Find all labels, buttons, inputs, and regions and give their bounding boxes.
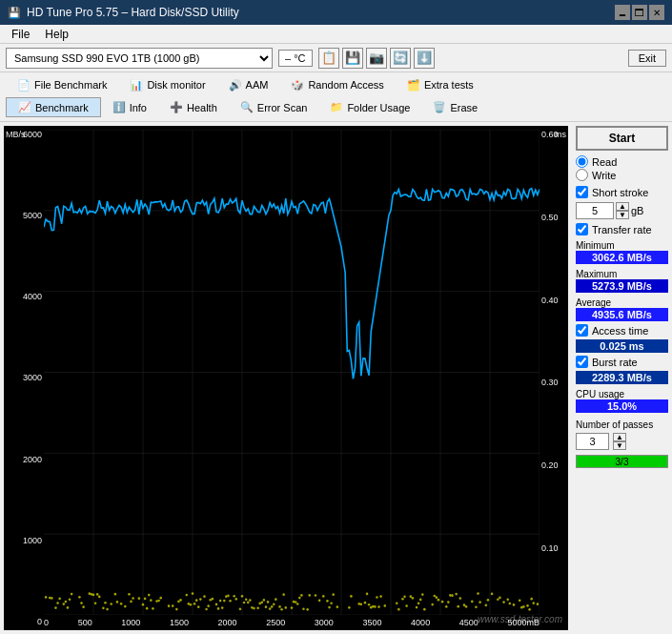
svg-point-44 (124, 605, 127, 608)
svg-point-113 (300, 594, 303, 597)
svg-point-105 (280, 608, 283, 611)
svg-point-96 (261, 601, 264, 603)
svg-point-155 (441, 601, 444, 603)
svg-point-171 (491, 593, 494, 596)
exit-button[interactable]: Exit (628, 50, 666, 67)
svg-point-112 (298, 597, 301, 600)
toolbar-icon-2[interactable]: 💾 (342, 48, 363, 69)
svg-point-70 (199, 598, 202, 601)
svg-point-40 (110, 603, 112, 605)
svg-point-154 (438, 599, 440, 602)
svg-point-177 (513, 603, 516, 606)
svg-point-116 (308, 594, 311, 597)
svg-point-119 (322, 595, 325, 598)
short-stroke-up[interactable]: ▲ (616, 202, 629, 211)
svg-point-36 (98, 596, 101, 599)
tab-erase[interactable]: 🗑️ Erase (421, 97, 489, 117)
toolbar-icon-4[interactable]: 🔄 (390, 48, 411, 69)
toolbar-icon-1[interactable]: 📋 (318, 48, 339, 69)
svg-point-24 (65, 601, 68, 603)
svg-point-147 (417, 602, 420, 604)
burst-rate-checkbox[interactable]: Burst rate (576, 356, 668, 368)
svg-point-123 (332, 593, 335, 596)
svg-point-25 (67, 606, 70, 609)
svg-point-77 (217, 607, 220, 610)
svg-point-87 (241, 595, 244, 598)
svg-point-130 (366, 593, 369, 596)
cpu-usage-stat: CPU usage 15.0% (576, 387, 668, 413)
watermark: www.ssd-tester.com (478, 614, 562, 624)
svg-point-102 (273, 603, 275, 606)
svg-point-52 (148, 594, 151, 597)
tab-info[interactable]: ℹ️ Info (101, 97, 158, 117)
svg-point-41 (114, 593, 117, 596)
tab-error-scan[interactable]: 🔍 Error Scan (229, 97, 319, 117)
svg-point-117 (315, 594, 317, 597)
menu-help[interactable]: Help (37, 27, 76, 42)
svg-point-78 (219, 600, 222, 603)
cpu-usage-value: 15.0% (576, 399, 668, 413)
tab-aam[interactable]: 🔊 AAM (217, 76, 280, 94)
svg-point-169 (485, 603, 488, 606)
svg-point-131 (368, 603, 371, 606)
svg-point-45 (128, 593, 131, 596)
svg-point-175 (506, 598, 509, 601)
window-title: HD Tune Pro 5.75 – Hard Disk/SSD Utility (27, 6, 239, 19)
short-stroke-checkbox[interactable]: Short stroke (576, 186, 668, 198)
minimize-button[interactable]: 🗕 (615, 5, 630, 20)
svg-point-94 (256, 607, 259, 610)
svg-point-103 (275, 598, 277, 601)
toolbar-icon-3[interactable]: 📷 (366, 48, 387, 69)
menu-file[interactable]: File (4, 27, 37, 42)
write-radio[interactable]: Write (576, 169, 668, 181)
health-icon: ➕ (170, 101, 183, 113)
close-button[interactable]: ✕ (649, 5, 664, 20)
right-panel: Start Read Write Short stroke ▲ ▼ gB (572, 122, 672, 634)
passes-up[interactable]: ▲ (613, 433, 626, 441)
svg-point-145 (412, 597, 415, 600)
read-radio[interactable]: Read (576, 155, 668, 168)
svg-point-146 (416, 606, 418, 609)
svg-point-143 (405, 604, 408, 607)
svg-point-128 (360, 603, 363, 605)
aam-icon: 🔊 (229, 79, 242, 92)
svg-point-75 (212, 598, 214, 601)
svg-point-90 (247, 602, 250, 604)
svg-point-91 (249, 599, 252, 602)
short-stroke-down[interactable]: ▼ (616, 211, 629, 219)
svg-point-173 (499, 597, 501, 600)
tab-extra-tests[interactable]: 🗂️ Extra tests (396, 76, 485, 94)
maximize-button[interactable]: 🗖 (632, 5, 647, 20)
start-button[interactable]: Start (576, 126, 668, 151)
svg-point-151 (431, 603, 434, 606)
svg-point-60 (175, 608, 178, 611)
svg-point-141 (401, 598, 404, 601)
passes-down[interactable]: ▼ (613, 441, 626, 450)
tab-file-benchmark[interactable]: 📄 File Benchmark (6, 76, 118, 94)
svg-point-137 (379, 595, 382, 598)
tab-health[interactable]: ➕ Health (158, 97, 229, 117)
progress-bar: 3/3 (576, 455, 668, 468)
passes-spinbox[interactable] (576, 433, 609, 450)
title-bar: 💾 HD Tune Pro 5.75 – Hard Disk/SSD Utili… (0, 0, 672, 25)
tab-benchmark[interactable]: 📈 Benchmark (6, 97, 101, 117)
svg-point-174 (502, 601, 505, 603)
tab-disk-monitor[interactable]: 📊 Disk monitor (118, 76, 216, 94)
svg-point-29 (80, 602, 83, 604)
svg-point-84 (233, 595, 235, 598)
svg-point-27 (71, 593, 73, 596)
svg-point-126 (350, 595, 353, 598)
svg-point-164 (465, 605, 468, 608)
toolbar-icon-5[interactable]: ⬇️ (414, 48, 435, 69)
transfer-rate-checkbox[interactable]: Transfer rate (576, 223, 668, 235)
svg-point-89 (245, 598, 248, 601)
svg-point-152 (433, 595, 436, 598)
tab-folder-usage[interactable]: 📁 Folder Usage (318, 97, 421, 117)
access-time-checkbox[interactable]: Access time (576, 324, 668, 337)
svg-point-39 (106, 608, 109, 611)
tab-random-access[interactable]: 🎲 Random Access (279, 76, 395, 94)
svg-point-120 (326, 600, 329, 603)
short-stroke-spinbox[interactable] (576, 202, 614, 219)
disk-selector[interactable]: Samsung SSD 990 EVO 1TB (1000 gB) (6, 48, 273, 69)
main-content: MB/s ms 6000 5000 4000 3000 2000 1000 0 … (0, 122, 672, 634)
